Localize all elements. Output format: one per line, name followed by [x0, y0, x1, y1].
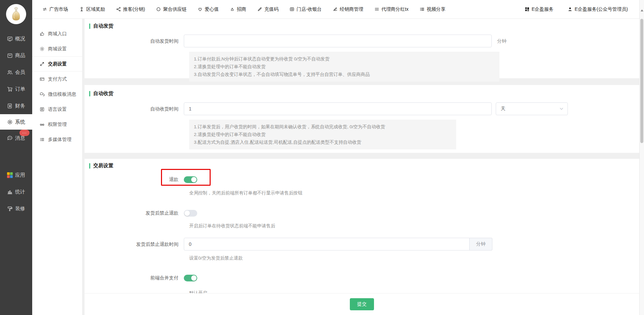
app-window: 概况 商品 会员 订单 财务 系统 ... [0, 0, 644, 315]
vertical-scrollbar[interactable] [639, 0, 644, 315]
field-label: 发货后禁止退款时间 [85, 238, 184, 251]
perfume-bottle-image [10, 6, 22, 22]
share-icon [116, 7, 121, 12]
arrows-icon [40, 61, 45, 66]
stats-icon [7, 189, 13, 195]
submenu-item-label: 权限管理 [48, 122, 67, 128]
nav-item-region-reward[interactable]: 区域奖励 [79, 6, 105, 12]
forbid-refund-toggle[interactable] [184, 210, 197, 217]
gear-icon [40, 46, 45, 51]
unit-select[interactable]: 天 [496, 102, 568, 115]
nav-item-investment[interactable]: 招商 [230, 6, 246, 12]
main-sidebar: 概况 商品 会员 订单 财务 系统 ... [0, 0, 32, 315]
sidebar-item-members[interactable]: 会员 [0, 64, 32, 81]
nav-item-ad-market[interactable]: 广告市场 [42, 6, 68, 12]
goods-icon [7, 53, 13, 58]
nav-item-supply-chain[interactable]: 聚合供应链 [156, 6, 186, 12]
submenu-item-payment-methods[interactable]: 支付方式 [32, 72, 82, 87]
card-icon [40, 77, 45, 82]
nav-item-label: 聚合供应链 [163, 6, 186, 12]
merge-pay-toggle[interactable] [184, 275, 197, 281]
auto-receive-section: 自动收货 自动收货时间 天 1.订单发货后，用户收货的时间，如果在期间未确认收货… [85, 85, 639, 153]
field-label: 发货后禁止退款 [85, 209, 184, 217]
user-icon [568, 7, 573, 12]
nav-item-agent-dividend[interactable]: 代理商分红tx [374, 6, 409, 12]
sidebar-item-overview[interactable]: 概况 [0, 30, 32, 47]
avatar[interactable] [6, 4, 26, 24]
service-menu[interactable]: E企盈服务 [525, 6, 553, 12]
submenu-item-label: 交易设置 [48, 61, 67, 67]
sidebar-item-messages[interactable]: ... 消息 [0, 130, 32, 146]
selected-option: 天 [501, 106, 505, 112]
account-menu[interactable]: E企盈服务(公众号管理员) [568, 6, 628, 12]
submenu-item-label: 商城设置 [48, 46, 67, 52]
refund-toggle[interactable] [184, 176, 197, 183]
submenu-item-label: 微信模板消息 [48, 91, 76, 97]
gear-icon [7, 119, 13, 125]
submenu-item-media-mgmt[interactable]: 多媒体管理 [32, 132, 82, 147]
auto-delivery-tips: 1.订单付款后,N分钟后订单状态自动变更为待收货 0/空为不自动发货 2.退换货… [189, 52, 499, 82]
submenu-item-language-settings[interactable]: 语言设置 [32, 102, 82, 117]
circle-icon [156, 7, 161, 12]
store-icon [289, 7, 294, 12]
cart-icon [7, 86, 13, 92]
scrollbar-thumb[interactable] [640, 19, 643, 143]
sidebar-spacer [0, 146, 32, 167]
members-icon [7, 70, 13, 75]
submenu-item-mall-entry[interactable]: 商城入口 [32, 26, 82, 41]
nav-item-video-share[interactable]: 视频分享 [420, 6, 445, 12]
submit-bar: 提交 [85, 293, 639, 315]
submenu-item-trade-settings[interactable]: 交易设置 [32, 56, 82, 72]
apps-icon [7, 172, 13, 178]
nav-item-distribution[interactable]: 推客(分销) [116, 6, 145, 12]
nav-item-recharge-code[interactable]: 充值码 [257, 6, 278, 12]
submit-button[interactable]: 提交 [350, 298, 374, 310]
sidebar-item-goods[interactable]: 商品 [0, 47, 32, 64]
nav-item-label: 充值码 [264, 6, 278, 12]
submenu-item-mall-settings[interactable]: 商城设置 [32, 41, 82, 56]
thumb-icon [40, 31, 45, 36]
nav-item-label: 代理商分红tx [381, 6, 409, 12]
tip-line: 2.退换货处理中的订单不能自动收货 [194, 131, 451, 138]
sidebar-item-stats[interactable]: 统计 [0, 183, 32, 200]
nav-item-label: 区域奖励 [86, 6, 105, 12]
list-icon [420, 7, 425, 12]
sidebar-item-label: 统计 [15, 189, 25, 195]
repeat-icon [42, 7, 47, 12]
auto-delivery-section: 自动发货 自动发货时间 分钟 1.订单付款后,N分钟后订单状态自动变更为待收货 … [85, 19, 639, 78]
nav-item-label: 视频分享 [427, 6, 445, 12]
field-label: 自动发货时间 [85, 35, 184, 47]
forbid-refund-time-input[interactable] [184, 238, 470, 251]
nav-item-label: 推客(分销) [123, 6, 145, 12]
auto-delivery-time-input[interactable] [184, 35, 492, 47]
nav-item-label: 招商 [237, 6, 246, 12]
nav-item-store-cashier[interactable]: 门店-收银台 [289, 6, 322, 12]
sidebar-item-decorate[interactable]: 装修 [0, 200, 32, 217]
nav-item-dealer-mgmt[interactable]: 经销商管理 [333, 6, 363, 12]
sidebar-item-label: 应用 [15, 172, 25, 178]
nav-item-label: 经销商管理 [340, 6, 363, 12]
sidebar-item-label: 概况 [15, 36, 25, 42]
sidebar-item-label: 装修 [15, 206, 25, 212]
message-badge: ... [19, 130, 30, 136]
language-icon [40, 107, 45, 112]
scrollbar-up-arrow[interactable] [641, 9, 643, 11]
sidebar-item-apps[interactable]: 应用 [0, 167, 32, 183]
forbid-refund-help: 开启后订单在待收货状态前端不能申请售后 [189, 223, 639, 229]
tip-line: 2.退换货处理中的订单不能自动发货 [194, 63, 495, 71]
service-menu-label: E企盈服务 [532, 6, 553, 12]
submenu-item-permission-mgmt[interactable]: 权限管理 [32, 117, 82, 132]
sidebar-item-orders[interactable]: 订单 [0, 81, 32, 97]
finance-icon [7, 103, 13, 109]
menu-icon [374, 7, 379, 12]
sidebar-item-system[interactable]: 系统 [0, 114, 32, 130]
sidebar-item-finance[interactable]: 财务 [0, 97, 32, 114]
nav-item-label: 门店-收银台 [297, 6, 322, 12]
media-list-icon [40, 137, 45, 142]
signature-icon [333, 7, 338, 12]
section-title: 交易设置 [85, 159, 639, 169]
submenu-item-wechat-template[interactable]: 微信模板消息 [32, 87, 82, 102]
auto-receive-time-input[interactable] [184, 102, 492, 115]
nav-item-love-value[interactable]: 爱心值 [198, 6, 219, 12]
tip-line: 3.自动发货只会改变订单状态，不会自动填写物流单号，支持平台自营订单、供应商商品 [194, 71, 495, 78]
